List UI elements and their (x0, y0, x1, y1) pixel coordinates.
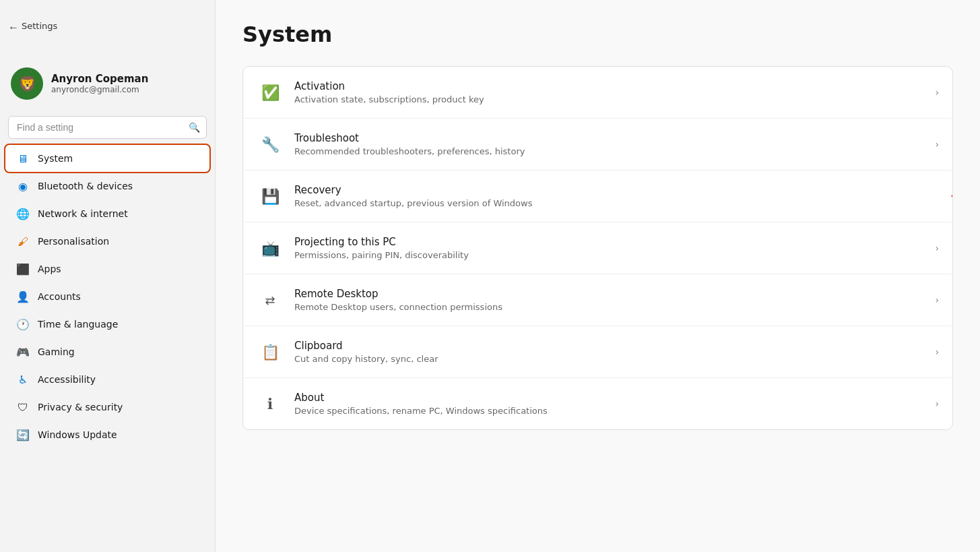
about-icon: ℹ (257, 390, 284, 417)
update-icon: 🔄 (16, 428, 30, 441)
personalisation-icon: 🖌 (16, 235, 30, 248)
sidebar: ← Settings 🦁 Anyron Copeman anyrondc@gma… (0, 0, 216, 552)
profile-info: Anyron Copeman anyrondc@gmail.com (51, 73, 148, 94)
item-title: Remote Desktop (294, 288, 935, 300)
sidebar-item-accounts[interactable]: 👤 Accounts (5, 283, 209, 310)
profile-section: 🦁 Anyron Copeman anyrondc@gmail.com (0, 35, 215, 111)
system-icon: 🖥 (16, 152, 30, 165)
item-title: Clipboard (294, 340, 935, 352)
back-button[interactable]: ← (5, 19, 22, 36)
chevron-icon: › (935, 243, 939, 253)
profile-email: anyrondc@gmail.com (51, 85, 148, 94)
sidebar-nav: 🖥 System ◉ Bluetooth & devices 🌐 Network… (0, 144, 215, 449)
chevron-icon: › (935, 398, 939, 409)
remote-icon: ⇄ (257, 286, 284, 313)
sidebar-item-label: Bluetooth & devices (38, 181, 133, 191)
item-title: Recovery (294, 184, 939, 196)
settings-item-recovery[interactable]: 💾 Recovery Reset, advanced startup, prev… (243, 171, 952, 222)
settings-item-troubleshoot[interactable]: 🔧 Troubleshoot Recommended troubleshoote… (243, 119, 952, 171)
accessibility-icon: ♿ (16, 373, 30, 386)
sidebar-item-privacy[interactable]: 🛡 Privacy & security (5, 394, 209, 421)
recovery-icon: 💾 (257, 183, 284, 210)
avatar: 🦁 (11, 67, 43, 100)
sidebar-item-label: System (38, 153, 73, 164)
item-title: About (294, 392, 935, 404)
settings-item-projecting[interactable]: 📺 Projecting to this PC Permissions, pai… (243, 222, 952, 274)
chevron-icon: › (935, 139, 939, 150)
main-content: System ✅ Activation Activation state, su… (216, 0, 980, 552)
sidebar-item-label: Accounts (38, 291, 81, 302)
sidebar-item-label: Apps (38, 264, 61, 274)
item-text: About Device specifications, rename PC, … (294, 392, 935, 416)
clipboard-icon: 📋 (257, 338, 284, 365)
item-text: Projecting to this PC Permissions, pairi… (294, 236, 935, 260)
troubleshoot-icon: 🔧 (257, 131, 284, 158)
item-desc: Remote Desktop users, connection permiss… (294, 302, 935, 312)
item-text: Activation Activation state, subscriptio… (294, 80, 935, 104)
item-title: Projecting to this PC (294, 236, 935, 248)
item-title: Troubleshoot (294, 132, 935, 144)
search-icon: 🔍 (189, 122, 200, 133)
sidebar-item-accessibility[interactable]: ♿ Accessibility (5, 366, 209, 393)
activation-icon: ✅ (257, 79, 284, 106)
sidebar-item-label: Time & language (38, 319, 118, 330)
sidebar-item-personalisation[interactable]: 🖌 Personalisation (5, 228, 209, 255)
settings-item-clipboard[interactable]: 📋 Clipboard Cut and copy history, sync, … (243, 326, 952, 378)
item-desc: Device specifications, rename PC, Window… (294, 406, 935, 416)
sidebar-item-system[interactable]: 🖥 System (5, 145, 209, 172)
sidebar-item-network[interactable]: 🌐 Network & internet (5, 200, 209, 227)
chevron-icon: › (935, 346, 939, 357)
item-desc: Activation state, subscriptions, product… (294, 94, 935, 104)
page-title: System (242, 22, 953, 47)
item-title: Activation (294, 80, 935, 92)
accounts-icon: 👤 (16, 290, 30, 303)
item-text: Troubleshoot Recommended troubleshooters… (294, 132, 935, 156)
bluetooth-icon: ◉ (16, 179, 30, 193)
settings-item-activation[interactable]: ✅ Activation Activation state, subscript… (243, 67, 952, 119)
sidebar-item-apps[interactable]: ⬛ Apps (5, 255, 209, 282)
sidebar-item-label: Accessibility (38, 374, 96, 385)
red-arrow-annotation (951, 185, 953, 207)
search-input[interactable] (8, 116, 207, 139)
sidebar-item-label: Personalisation (38, 236, 109, 247)
settings-list: ✅ Activation Activation state, subscript… (242, 66, 953, 430)
sidebar-item-time[interactable]: 🕐 Time & language (5, 311, 209, 338)
item-desc: Cut and copy history, sync, clear (294, 354, 935, 364)
sidebar-item-bluetooth[interactable]: ◉ Bluetooth & devices (5, 173, 209, 200)
item-text: Remote Desktop Remote Desktop users, con… (294, 288, 935, 312)
gaming-icon: 🎮 (16, 345, 30, 359)
search-box[interactable]: 🔍 (8, 116, 207, 139)
apps-icon: ⬛ (16, 262, 30, 276)
privacy-icon: 🛡 (16, 400, 30, 414)
time-icon: 🕐 (16, 317, 30, 331)
sidebar-item-update[interactable]: 🔄 Windows Update (5, 421, 209, 448)
sidebar-item-label: Gaming (38, 346, 75, 357)
sidebar-item-label: Privacy & security (38, 402, 123, 412)
sidebar-item-label: Windows Update (38, 429, 117, 440)
chevron-icon: › (935, 295, 939, 305)
item-desc: Recommended troubleshooters, preferences… (294, 146, 935, 156)
item-desc: Reset, advanced startup, previous versio… (294, 198, 939, 208)
item-text: Recovery Reset, advanced startup, previo… (294, 184, 939, 208)
sidebar-item-label: Network & internet (38, 208, 128, 219)
profile-name: Anyron Copeman (51, 73, 148, 85)
settings-item-remote[interactable]: ⇄ Remote Desktop Remote Desktop users, c… (243, 274, 952, 326)
chevron-icon: › (935, 87, 939, 98)
projecting-icon: 📺 (257, 235, 284, 262)
app-title: Settings (22, 21, 57, 31)
settings-item-about[interactable]: ℹ About Device specifications, rename PC… (243, 378, 952, 429)
sidebar-item-gaming[interactable]: 🎮 Gaming (5, 338, 209, 365)
network-icon: 🌐 (16, 207, 30, 220)
item-text: Clipboard Cut and copy history, sync, cl… (294, 340, 935, 364)
item-desc: Permissions, pairing PIN, discoverabilit… (294, 250, 935, 260)
